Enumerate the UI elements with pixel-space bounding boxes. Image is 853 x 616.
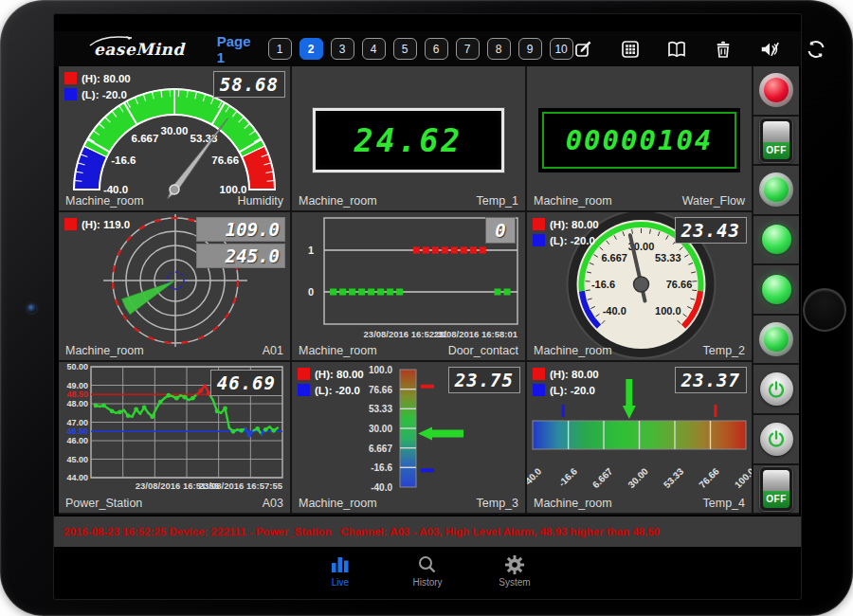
widget-location: Machine_room [299,194,377,208]
svg-text:-16.6: -16.6 [591,279,615,290]
svg-text:30.00: 30.00 [369,424,392,434]
svg-text:0: 0 [308,286,314,298]
app-logo: easeMind [94,40,185,59]
legend-low-swatch [298,384,310,396]
widget-location: Machine_room [65,194,144,208]
page-button-5[interactable]: 5 [393,38,417,60]
keypad-icon[interactable] [620,39,641,60]
widget-temp1-display[interactable]: 24.62 Machine_roomTemp_1 [292,66,525,210]
page-button-10[interactable]: 10 [550,38,573,60]
svg-text:76.66: 76.66 [697,465,721,490]
svg-text:1: 1 [308,245,314,256]
tab-system[interactable]: System [486,554,543,588]
widget-waterflow-counter[interactable]: 00000104 Machine_roomWater_Flow [527,66,752,210]
legend-low-swatch [533,384,545,396]
rail-cell: OFF [753,117,799,165]
svg-text:6.667: 6.667 [132,133,159,144]
page-button-6[interactable]: 6 [425,38,448,60]
book-icon[interactable] [666,39,687,60]
legend-high-label: (H): 80.00 [82,73,131,84]
rocker-switch-off[interactable]: OFF [759,466,793,512]
power-button[interactable] [760,372,793,406]
svg-text:76.66: 76.66 [666,279,693,290]
widget-a03-trend[interactable]: 50.0049.0048.5048.0047.0046.5046.0045.00… [59,362,290,513]
widget-location: Machine_room [65,344,144,357]
legend-low-label: (L): -20.0 [315,385,360,396]
svg-text:48.00: 48.00 [66,399,88,408]
toolbar-icons [573,39,826,60]
refresh-icon[interactable] [806,39,826,60]
widget-door-contact[interactable]: 1023/08/2016 16:52:3123/08/2016 16:58:01… [292,212,525,360]
rail-cell [753,316,799,364]
radar-value-1: 109.0 [196,217,285,242]
legend-low-label: (L): -20.0 [550,385,595,396]
green-led-indicator [762,225,791,254]
svg-text:23/08/2016 16:58:01: 23/08/2016 16:58:01 [434,329,518,339]
page-button-2[interactable]: 2 [299,38,323,60]
page-selector: 12345678910 [268,38,573,60]
svg-text:48.50: 48.50 [66,390,88,399]
rail-cell [753,415,799,463]
rocker-switch-off[interactable]: OFF [759,118,793,163]
logo-swoosh-icon [86,33,153,50]
page-button-4[interactable]: 4 [362,38,386,60]
svg-text:100.0: 100.0 [733,465,752,490]
legend-low-label: (L): -20.0 [82,89,127,100]
power-button[interactable] [760,423,793,456]
widget-temp3-bar[interactable]: 100.076.6653.3330.006.667-16.6-40.0 (H):… [292,362,525,513]
page-button-9[interactable]: 9 [518,38,542,60]
mute-icon[interactable] [759,39,780,60]
rail-cell [753,216,799,264]
legend-high-label: (H): 80.00 [550,219,599,230]
alarm-text: 2016-08-23 16:52:25 Device: 222111 - Pow… [64,526,660,537]
control-rail: OFFOFF [753,66,799,513]
switch-label: OFF [763,142,789,159]
widget-location: Machine_room [534,344,612,357]
widget-channel: Humidity [237,194,283,208]
widget-channel: Temp_2 [703,344,745,357]
rail-cell: OFF [753,465,799,514]
tab-history[interactable]: History [399,554,456,588]
legend: (H): 80.00 (L): -20.0 [298,368,364,400]
power-icon [765,378,788,401]
trash-icon[interactable] [713,39,734,60]
svg-text:6.667: 6.667 [590,465,615,490]
widget-temp2-gauge[interactable]: -40.0-16.66.66730.0053.3376.66100.0 (H):… [527,212,752,360]
legend-low-swatch [64,88,77,100]
page-button-8[interactable]: 8 [487,38,511,60]
widget-humidity-gauge[interactable]: -40.0-16.66.66730.0053.3376.66100.0 (H):… [59,66,290,210]
legend-high-swatch [533,368,545,380]
svg-text:30.00: 30.00 [626,465,650,490]
widget-a01-radar[interactable]: (H): 119.0 109.0 245.0 Machine_roomA01 [59,212,290,360]
rail-cell [753,166,799,214]
legend-low-swatch [533,234,545,246]
edit-icon[interactable] [573,39,594,60]
home-button[interactable] [803,288,846,332]
svg-text:45.00: 45.00 [66,455,88,464]
red-indicator-lamp [759,73,793,107]
widget-temp4-bar[interactable]: -40.0-16.66.66730.0053.3376.66100.0 (H):… [527,362,752,513]
page-button-1[interactable]: 1 [268,38,292,60]
legend: (H): 80.00 (L): -20.0 [533,218,599,250]
value-display: 0 [485,217,516,244]
alarm-bar[interactable]: 2016-08-23 16:52:25 Device: 222111 - Pow… [54,515,801,547]
page-button-7[interactable]: 7 [456,38,480,60]
legend-high-swatch [64,218,77,230]
widget-channel: Door_contact [448,344,518,357]
svg-text:-40.0: -40.0 [603,305,626,317]
legend-high-label: (H): 80.00 [550,369,599,380]
page-button-3[interactable]: 3 [331,38,354,60]
switch-label: OFF [763,491,789,508]
svg-text:6.667: 6.667 [601,252,627,263]
svg-text:53.33: 53.33 [369,404,392,414]
page: easeMind Page 1 12345678910 [0,0,853,616]
toolbar: easeMind Page 1 12345678910 [54,31,801,66]
camera-dot [27,304,36,313]
legend-high-swatch [64,72,77,84]
value-display: 46.69 [210,370,282,396]
svg-text:100.0: 100.0 [655,305,681,317]
legend: (H): 119.0 [64,218,130,234]
widget-location: Power_Station [65,497,142,510]
tab-live[interactable]: Live [312,554,369,588]
svg-text:44.00: 44.00 [66,473,88,482]
